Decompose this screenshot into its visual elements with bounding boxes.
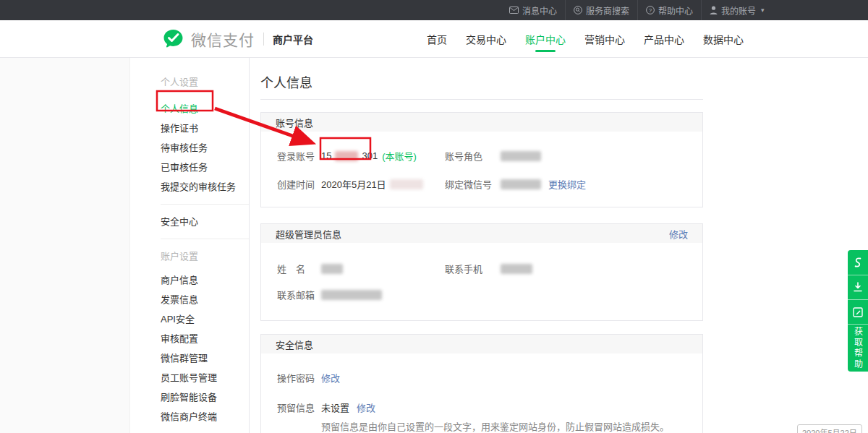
download-icon: [853, 282, 863, 293]
menu-item-label: 帮助中心: [658, 4, 693, 17]
redacted-account-role: [501, 151, 541, 161]
redacted-admin-name: [321, 264, 343, 274]
login-account-value: 15 301: [321, 150, 378, 161]
title-divider: [260, 99, 703, 100]
redacted-wechat-id: [501, 179, 541, 189]
sidebar-item-face-smart-device[interactable]: 刷脸智能设备: [161, 387, 249, 407]
nav-label: 交易中心: [466, 32, 506, 46]
menu-item-label: 消息中心: [522, 4, 557, 17]
sidebar-item-security-center[interactable]: 安全中心: [161, 212, 249, 231]
login-account-prefix: 15: [321, 150, 331, 161]
created-time-label: 创建时间: [277, 177, 321, 191]
edit-reserved-info-link[interactable]: 修改: [357, 400, 375, 414]
message-center-menu-item[interactable]: 消息中心: [501, 0, 565, 20]
nav-item-account-center[interactable]: 账户中心: [525, 20, 566, 58]
my-account-menu-item[interactable]: 我的账号 ▾: [701, 0, 773, 20]
sidebar-item-merchant-info[interactable]: 商户信息: [161, 270, 249, 290]
top-utility-bar: 消息中心 服务商搜索 ? 帮助中心 我的账号 ▾: [0, 0, 868, 20]
security-info-panel: 安全信息 操作密码 修改 预留信息 未设置 修改: [260, 334, 703, 433]
nav-label: 数据中心: [703, 32, 744, 46]
account-role-label: 账号角色: [445, 149, 501, 163]
sidebar-group-personal-settings: 个人设置: [161, 72, 249, 92]
help-center-menu-item[interactable]: ? 帮助中心: [637, 0, 701, 20]
reserved-info-tips: 预留信息是由你自己设置的一段文字，用来鉴定网站身份，防止假冒网站造成损失。 配置…: [321, 421, 686, 433]
nav-item-marketing-center[interactable]: 营销中心: [584, 20, 625, 58]
envelope-icon: [509, 7, 519, 14]
nav-label: 账户中心: [525, 32, 566, 46]
nav-label: 营销中心: [584, 32, 625, 46]
sidebar-item-wechat-merchant-terminal[interactable]: 微信商户终端: [161, 407, 249, 426]
operation-password-label: 操作密码: [277, 371, 321, 385]
sidebar-divider: [161, 204, 249, 205]
download-button[interactable]: [848, 275, 868, 299]
nav-item-transaction-center[interactable]: 交易中心: [466, 20, 506, 58]
nav-label: 产品中心: [644, 32, 684, 46]
service-provider-search-menu-item[interactable]: 服务商搜索: [565, 0, 637, 20]
redacted-contact-phone: [501, 264, 532, 274]
sidebar-item-my-submitted-tasks[interactable]: 我提交的审核任务: [161, 177, 249, 197]
page-title: 个人信息: [260, 72, 868, 91]
redacted-login-digits: [335, 151, 358, 161]
rebind-link[interactable]: 更换绑定: [548, 177, 586, 191]
user-icon: [710, 6, 718, 14]
quick-link-button[interactable]: [848, 250, 868, 275]
active-nav-underline: [535, 50, 556, 52]
nav-item-product-center[interactable]: 产品中心: [644, 20, 684, 58]
menu-item-label: 服务商搜索: [586, 4, 629, 17]
feedback-button[interactable]: [848, 299, 868, 324]
reserved-info-label: 预留信息: [277, 400, 321, 414]
edit-icon: [853, 307, 863, 317]
main-header: 微信支付 商户平台 首页 交易中心 账户中心 营销中心 产品中心 数据中心: [0, 20, 868, 58]
sidebar-item-personal-info[interactable]: 个人信息: [161, 99, 249, 119]
brand-name: 微信支付: [191, 28, 255, 50]
floating-action-bar: 获取帮助: [848, 250, 868, 372]
wechat-pay-logo[interactable]: [162, 28, 184, 51]
created-date: 2020年5月21日: [321, 177, 386, 191]
edit-admin-link[interactable]: 修改: [669, 227, 688, 241]
page-body: 个人设置 个人信息 操作证书 待审核任务 已审核任务 我提交的审核任务 安全中心…: [0, 58, 868, 433]
edit-password-link[interactable]: 修改: [321, 371, 340, 385]
login-account-suffix: 301: [362, 150, 378, 161]
get-help-button[interactable]: 获取帮助: [848, 324, 868, 372]
nav-item-data-center[interactable]: 数据中心: [703, 20, 744, 58]
merchant-platform-screen: 消息中心 服务商搜索 ? 帮助中心 我的账号 ▾ 微信支付: [0, 0, 868, 433]
created-time-value: 2020年5月21日: [321, 177, 423, 191]
super-admin-panel-header: 超级管理员信息 修改: [261, 224, 702, 243]
question-circle-icon: ?: [646, 6, 655, 14]
left-gutter: [0, 58, 130, 433]
panel-title: 安全信息: [276, 338, 313, 351]
nav-label: 首页: [427, 32, 447, 46]
security-info-panel-body: 操作密码 修改 预留信息 未设置 修改 预留信息是由你自己设置的一段文字，用来鉴…: [261, 353, 702, 433]
nav-item-home[interactable]: 首页: [427, 20, 447, 58]
date-tag: 2020年5月22日: [797, 424, 862, 433]
login-account-label: 登录账号: [277, 149, 321, 163]
redacted-created-time: [390, 179, 423, 189]
sidebar: 个人设置 个人信息 操作证书 待审核任务 已审核任务 我提交的审核任务 安全中心…: [130, 58, 250, 433]
current-account-note: (本账号): [382, 149, 417, 163]
search-circle-icon: [574, 6, 582, 14]
sidebar-group-account-settings: 账户设置: [161, 246, 249, 266]
account-info-panel-header: 账号信息: [261, 113, 702, 132]
sidebar-item-invoice-info[interactable]: 发票信息: [161, 290, 249, 309]
brand-area: 微信支付 商户平台: [162, 20, 313, 58]
sidebar-item-wechat-group-management[interactable]: 微信群管理: [161, 348, 249, 368]
chevron-down-icon: ▾: [761, 7, 765, 14]
contact-phone-label: 联系手机: [445, 262, 501, 275]
sidebar-item-operation-certificate[interactable]: 操作证书: [161, 119, 249, 138]
sidebar-item-reviewed-tasks[interactable]: 已审核任务: [161, 158, 249, 177]
svg-text:?: ?: [649, 7, 652, 14]
bound-wechat-label: 绑定微信号: [445, 177, 501, 191]
super-admin-panel-body: 姓 名 联系手机 联系邮箱: [261, 243, 702, 320]
top-utility-menu: 消息中心 服务商搜索 ? 帮助中心 我的账号 ▾: [501, 0, 773, 20]
brand-divider: [263, 33, 264, 46]
redacted-contact-email: [321, 290, 382, 300]
sidebar-item-pending-review-tasks[interactable]: 待审核任务: [161, 138, 249, 158]
account-info-panel-body: 登录账号 15 301 (本账号) 账号角色: [261, 132, 702, 207]
sidebar-item-staff-account-management[interactable]: 员工账号管理: [161, 368, 249, 387]
sidebar-divider: [161, 239, 249, 239]
main-content: 个人信息 账号信息 登录账号 15 301: [250, 58, 868, 433]
sidebar-item-api-security[interactable]: API安全: [161, 309, 249, 329]
link-icon: [853, 257, 863, 268]
super-admin-panel: 超级管理员信息 修改 姓 名 联系手机: [260, 223, 703, 321]
sidebar-item-review-config[interactable]: 审核配置: [161, 329, 249, 348]
